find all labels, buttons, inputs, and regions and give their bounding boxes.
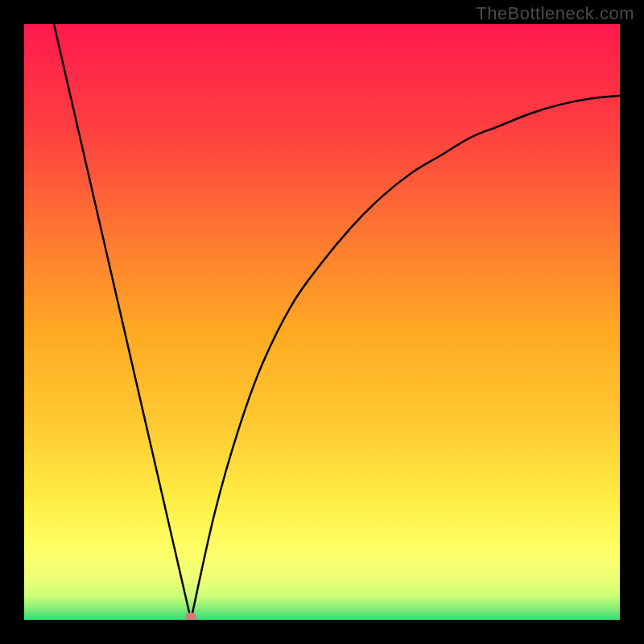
minimum-marker [185,613,196,620]
bottleneck-curve [24,24,620,620]
plot-area [24,24,620,620]
watermark-text: TheBottleneck.com [476,3,634,24]
